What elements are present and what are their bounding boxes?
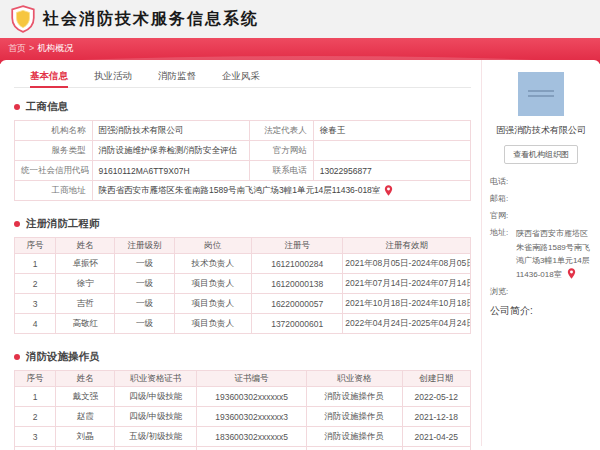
column-header: 岗位 [174,238,252,254]
field-label: 机构名称 [15,121,93,141]
table-header-row: 序号姓名注册级别岗位注册号注册有效期 [15,238,471,254]
table-row: 1 卓振怀 一级 技术负责人 16121000284 2021年08月05日-2… [15,254,471,274]
contact-fields: 电话: 邮箱: 官网: 地址: 陕西省西安市雁塔区朱雀南路1589号南飞鸿广场3… [490,176,592,298]
cell-qualification: 消防设施操作员 [306,407,402,427]
table-row: 3 刘晶 五级/初级技能 183600302xxxxxx5 消防设施操作员 20… [15,427,471,447]
field-label: 工商地址 [15,181,93,201]
operators-table: 序号姓名职业资格证书证书编号职业资格创建日期 1 戴文强 四级/中级技能 193… [14,370,471,450]
cell-created-date: 2021-09-02 [402,447,470,450]
cell-position: 项目负责人 [174,314,252,334]
field-value: 消防设施维护保养检测/消防安全评估 [92,141,249,161]
cell-index: 3 [15,294,56,314]
cell-index: 3 [15,427,56,447]
address-value: 陕西省西安市雁塔区朱雀南路1589号南飞鸿广场3幢1单元14层11436-018… [516,227,592,281]
cell-created-date: 2021-12-18 [402,407,470,427]
cell-reg-number: 16220000057 [252,294,343,314]
column-header: 注册有效期 [343,238,471,254]
table-row: 机构名称 固强消防技术有限公司 法定代表人 徐春王 [15,121,471,141]
column-header: 姓名 [56,238,115,254]
field-value: 徐春王 [313,121,470,141]
field-value-address: 陕西省西安市雁塔区朱雀南路1589号南飞鸿广场3幢1单元14层11436-018… [92,181,470,201]
breadcrumb-separator: > [29,43,34,53]
cell-name: 戴文强 [56,387,115,407]
field-value [313,141,470,161]
bullet-dot-icon [14,221,20,227]
cell-name: 赵霞 [56,407,115,427]
cell-name: 李强 [56,447,115,450]
business-info-table: 机构名称 固强消防技术有限公司 法定代表人 徐春王 服务类型 消防设施维护保养检… [14,120,471,201]
cell-index: 1 [15,254,56,274]
app-header: 社会消防技术服务信息系统 [0,0,600,38]
cell-index: 4 [15,314,56,334]
view-org-chart-button[interactable]: 查看机构组织图 [504,145,578,164]
section-title-text: 消防设施操作员 [26,350,100,364]
cell-position: 技术负责人 [174,254,252,274]
table-row-address: 工商地址 陕西省西安市雁塔区朱雀南路1589号南飞鸿广场3幢1单元14层1143… [15,181,471,201]
cell-qualification: 消防设施操作员 [306,387,402,407]
app-title: 社会消防技术服务信息系统 [43,9,259,30]
website-label: 官网: [490,210,516,222]
views-value [516,286,592,298]
cell-validity: 2021年07月14日-2024年07月14日 [343,274,471,294]
company-logo-image [518,72,564,116]
table-row: 3 吉哲 一级 项目负责人 16220000057 2021年10月18日-20… [15,294,471,314]
cell-index: 2 [15,274,56,294]
cell-level: 一级 [115,254,174,274]
cell-created-date: 2021-04-25 [402,427,470,447]
section-title-text: 工商信息 [26,100,68,114]
cell-validity: 2021年10月18日-2024年10月18日 [343,294,471,314]
cell-reg-number: 16121000284 [252,254,343,274]
cell-qualification: 消防设施操作员 [306,447,402,450]
table-row: 2 徐宁 一级 项目负责人 16120000138 2021年07月14日-20… [15,274,471,294]
field-value: 固强消防技术有限公司 [92,121,249,141]
company-sidebar: 固强消防技术有限公司 查看机构组织图 电话: 邮箱: 官网: 地址: 陕西省西安… [482,60,600,446]
section-title-text: 注册消防工程师 [26,217,100,231]
location-pin-icon[interactable] [567,268,576,279]
cell-cert-number: 193600302xxxxxx3 [197,407,306,427]
page-body: 基本信息 执业活动 消防监督 企业风采 工商信息 机构名称 固强消防技术有限公司… [0,60,600,446]
cell-level: 一级 [115,274,174,294]
cell-certificate: 五级/初级技能 [115,427,197,447]
column-header: 序号 [15,371,56,387]
field-label: 服务类型 [15,141,93,161]
field-label: 统一社会信用代码 [15,161,93,181]
cell-certificate: 四级/中级技能 [115,387,197,407]
cell-index: 1 [15,387,56,407]
phone-label: 电话: [490,176,516,188]
field-label: 法定代表人 [249,121,313,141]
section-engineers: 注册消防工程师 [14,217,471,231]
cell-index: 4 [15,447,56,450]
location-pin-icon[interactable] [384,185,393,196]
cell-validity: 2022年04月24日-2025年04月24日 [343,314,471,334]
bullet-dot-icon [14,354,20,360]
section-operators: 消防设施操作员 [14,350,471,364]
breadcrumb: 首页>机构概况 [8,42,600,55]
column-header: 姓名 [56,371,115,387]
tab-company-showcase[interactable]: 企业风采 [222,70,260,87]
engineers-table: 序号姓名注册级别岗位注册号注册有效期 1 卓振怀 一级 技术负责人 161210… [14,237,471,334]
tab-fire-supervision[interactable]: 消防监督 [158,70,196,87]
cell-certificate: 四级/中级技能 [115,407,197,427]
column-header: 职业资格 [306,371,402,387]
tab-bar: 基本信息 执业活动 消防监督 企业风采 [14,66,471,88]
address-label: 地址: [490,227,516,281]
shield-logo-icon [10,5,36,33]
field-value: 13022956877 [313,161,470,181]
section-business-info: 工商信息 [14,100,471,114]
tab-practice-activity[interactable]: 执业活动 [94,70,132,87]
cell-created-date: 2022-05-12 [402,387,470,407]
cell-name: 刘晶 [56,427,115,447]
column-header: 职业资格证书 [115,371,197,387]
website-value [516,210,592,222]
cell-level: 一级 [115,294,174,314]
breadcrumb-home-link[interactable]: 首页 [8,43,26,53]
table-header-row: 序号姓名职业资格证书证书编号职业资格创建日期 [15,371,471,387]
cell-reg-number: 13720000601 [252,314,343,334]
phone-value [516,176,592,188]
cell-position: 项目负责人 [174,274,252,294]
cell-reg-number: 16120000138 [252,274,343,294]
field-label: 联系电话 [249,161,313,181]
tab-basic-info[interactable]: 基本信息 [30,70,68,87]
table-row: 4 李强 四级/中级技能 193600362xxxxxx1 消防设施操作员 20… [15,447,471,450]
breadcrumb-current: 机构概况 [37,43,73,53]
